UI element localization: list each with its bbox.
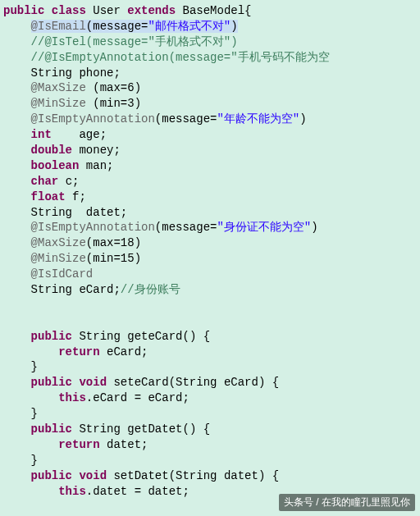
- keyword-int: int: [31, 128, 52, 141]
- paren: ): [311, 221, 317, 234]
- brace: }: [31, 454, 38, 467]
- comment-isempty: //@IsEmptyAnnotation(message="手机号码不能为空: [31, 51, 330, 64]
- keyword-this: this: [58, 485, 86, 498]
- field-man: man;: [86, 159, 114, 172]
- keyword-char: char: [31, 175, 59, 188]
- field-f: f;: [72, 190, 86, 203]
- attr-message: message: [162, 112, 210, 126]
- method-getdatet: getDatet(): [127, 422, 196, 436]
- brace: {: [272, 376, 279, 389]
- assign: .datet = datet;: [86, 485, 189, 498]
- attr-min: (min=15): [86, 252, 141, 265]
- keyword-public: public: [31, 330, 72, 343]
- code-block: public class User extends BaseModel{ @Is…: [0, 0, 420, 500]
- annotation-minsize: @MinSize: [31, 97, 86, 110]
- type-string: String: [31, 66, 72, 80]
- base-class: BaseModel: [182, 4, 244, 17]
- keyword-void: void: [79, 469, 107, 482]
- keyword-double: double: [31, 144, 72, 157]
- annotation-isempty: @IsEmptyAnnotation: [31, 221, 155, 234]
- keyword-return: return: [58, 438, 99, 451]
- keyword-boolean: boolean: [31, 159, 80, 172]
- assign: .eCard = eCard;: [86, 391, 189, 404]
- keyword-public: public: [31, 376, 72, 389]
- annotation-isempty: @IsEmptyAnnotation: [31, 112, 155, 126]
- keyword-public: public: [31, 422, 72, 436]
- annotation-isidcard: @IsIdCard: [31, 267, 94, 281]
- paren: ): [231, 20, 237, 33]
- field-c: c;: [66, 175, 80, 188]
- field-ecard: eCard;: [79, 283, 120, 296]
- string-age: "年龄不能为空": [217, 112, 299, 126]
- keyword-this: this: [58, 391, 86, 404]
- keyword-void: void: [79, 376, 107, 389]
- keyword-class: class: [52, 4, 86, 17]
- paren: (: [155, 221, 162, 234]
- keyword-public: public: [3, 4, 44, 17]
- field-age: age;: [79, 128, 107, 141]
- annotation-isemail: @IsEmail: [31, 20, 86, 33]
- comment-idacct: //身份账号: [121, 283, 180, 296]
- paren: ): [299, 112, 306, 126]
- keyword-return: return: [58, 345, 99, 358]
- keyword-float: float: [31, 190, 66, 203]
- return-type: String: [79, 422, 120, 436]
- brace: {: [203, 330, 210, 343]
- keyword-extends: extends: [127, 4, 176, 17]
- return-val: eCard;: [107, 345, 148, 358]
- brace: {: [244, 4, 251, 17]
- brace: {: [203, 422, 210, 436]
- field-money: money;: [79, 144, 120, 157]
- return-type: String: [79, 330, 120, 343]
- attr-message: message: [93, 20, 141, 33]
- attr-min: (min=3): [93, 97, 141, 110]
- return-val: datet;: [107, 438, 148, 451]
- attr-max: (max=6): [93, 81, 141, 94]
- string-idcard: "身份证不能为空": [217, 221, 311, 234]
- brace: {: [272, 469, 279, 482]
- annotation-maxsize: @MaxSize: [31, 236, 86, 249]
- watermark-text: 头条号 / 在我的瞳孔里照见你: [279, 494, 415, 511]
- method-setecard: seteCard(String eCard): [113, 376, 265, 389]
- brace: }: [31, 360, 38, 373]
- paren: (: [86, 20, 93, 33]
- annotation-maxsize: @MaxSize: [31, 81, 86, 94]
- paren: (: [155, 112, 162, 126]
- attr-message: message: [162, 221, 210, 234]
- comment-istel: //@IsTel(message="手机格式不对"): [31, 35, 238, 48]
- method-setdatet: setDatet(String datet): [113, 469, 265, 482]
- string-email: "邮件格式不对": [148, 20, 231, 33]
- method-getecard: geteCard(): [127, 330, 196, 343]
- attr-max: (max=18): [86, 236, 141, 249]
- annotation-minsize: @MinSize: [31, 252, 86, 265]
- type-string: String: [31, 283, 72, 296]
- brace: }: [31, 407, 38, 420]
- classname: User: [93, 4, 121, 17]
- field-phone: phone;: [79, 66, 120, 80]
- type-string: String: [31, 206, 72, 219]
- field-datet: datet;: [86, 206, 127, 219]
- keyword-public: public: [31, 469, 72, 482]
